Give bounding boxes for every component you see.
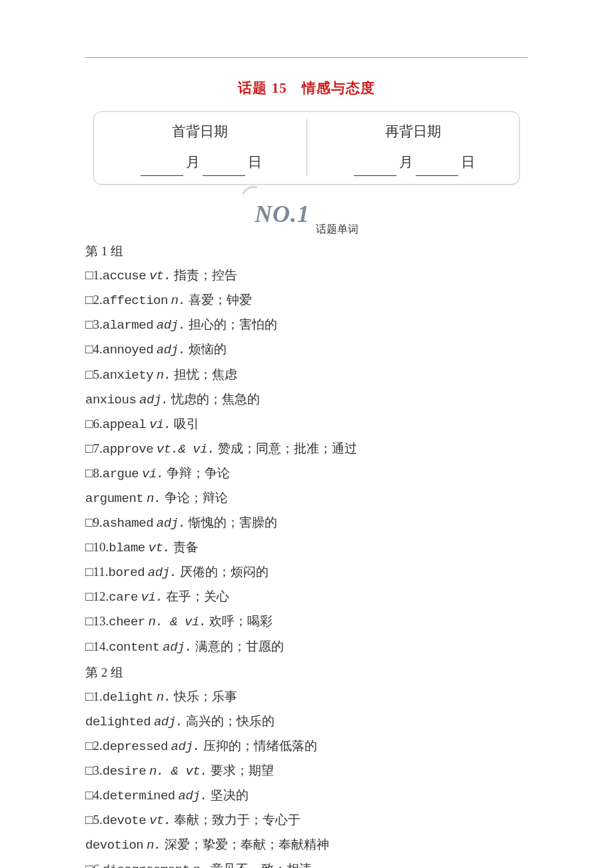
group-heading: 第 2 组 — [85, 661, 528, 685]
entry-definition: 欢呼；喝彩 — [209, 614, 273, 628]
again-day-blank — [416, 161, 458, 176]
entry-pos: adj. — [179, 789, 208, 803]
vocab-entry: □6.appeal vi. 吸引 — [85, 412, 528, 437]
checkbox-icon: □ — [85, 862, 93, 868]
checkbox-icon: □ — [85, 639, 93, 653]
entry-definition: 担心的；害怕的 — [189, 317, 277, 331]
again-month-blank — [354, 161, 396, 176]
entry-definition: 压抑的；情绪低落的 — [203, 739, 317, 753]
entry-definition: 厌倦的；烦闷的 — [180, 565, 269, 579]
entry-number: 2. — [93, 293, 102, 307]
first-memo-date-line: 月日 — [94, 149, 306, 176]
entry-pos: n. — [157, 690, 171, 705]
section-subtitle: 话题单词 — [316, 219, 358, 239]
checkbox-icon: □ — [85, 788, 93, 802]
entry-definition: 喜爱；钟爱 — [189, 293, 252, 307]
entry-number: 14. — [93, 639, 109, 653]
group-heading: 第 1 组 — [85, 239, 528, 263]
vocab-entry: devotion n. 深爱；挚爱；奉献；奉献精神 — [85, 833, 528, 857]
entry-word: cheer — [109, 615, 145, 629]
entry-number: 13. — [93, 614, 109, 628]
vocab-entry: □11.bored adj. 厌倦的；烦闷的 — [85, 560, 528, 585]
entry-number: 5. — [93, 813, 102, 827]
checkbox-icon: □ — [85, 342, 93, 356]
vocab-entry: delighted adj. 高兴的；快乐的 — [85, 709, 528, 734]
day-char: 日 — [248, 154, 262, 170]
entry-pos: vt. — [149, 269, 171, 283]
entry-word: desire — [103, 764, 146, 779]
checkbox-icon: □ — [85, 813, 93, 827]
entry-number: 6. — [93, 417, 102, 431]
checkbox-icon: □ — [85, 589, 93, 603]
entry-definition: 满意的；甘愿的 — [195, 639, 284, 653]
entry-word: delighted — [85, 715, 151, 729]
section-number-graphic: NO.1 — [255, 191, 310, 237]
entry-number: 11. — [93, 565, 108, 579]
date-card: 首背日期 月日 再背日期 月日 — [93, 111, 520, 185]
vocab-entry: □6.disagreement n. 意见不一致；相违 — [85, 857, 528, 868]
entry-pos: adj. — [139, 393, 169, 407]
vocab-entry: □12.care vi. 在乎；关心 — [85, 585, 528, 609]
entry-number: 1. — [93, 689, 102, 703]
entry-number: 3. — [93, 763, 102, 777]
entry-definition: 深爱；挚爱；奉献；奉献精神 — [165, 837, 329, 851]
first-day-blank — [203, 161, 245, 176]
entry-number: 12. — [93, 589, 109, 603]
checkbox-icon: □ — [85, 466, 93, 480]
again-memo-date-line: 月日 — [307, 149, 520, 176]
entry-word: alarmed — [103, 318, 153, 333]
vocab-entry: □3.alarmed adj. 担心的；害怕的 — [85, 313, 528, 337]
entry-pos: adj. — [157, 516, 186, 531]
entry-word: delight — [103, 690, 153, 705]
entry-definition: 惭愧的；害臊的 — [189, 515, 277, 529]
entry-pos: adj. — [163, 640, 192, 655]
vocab-entry: □7.approve vt.& vi. 赞成；同意；批准；通过 — [85, 437, 528, 461]
entry-number: 4. — [93, 788, 102, 802]
entry-pos: vi. — [141, 590, 163, 605]
entry-word: determined — [103, 789, 175, 803]
entry-word: bored — [109, 565, 145, 580]
vocab-entry: □2.depressed adj. 压抑的；情绪低落的 — [85, 734, 528, 759]
entry-definition: 要求；期望 — [211, 763, 274, 777]
again-memo-column: 再背日期 月日 — [307, 119, 520, 176]
entry-definition: 忧虑的；焦急的 — [171, 392, 260, 406]
vocab-entry: anxious adj. 忧虑的；焦急的 — [85, 387, 528, 412]
entry-word: appeal — [103, 417, 146, 432]
checkbox-icon: □ — [85, 565, 93, 579]
checkbox-icon: □ — [85, 293, 93, 307]
checkbox-icon: □ — [85, 689, 93, 703]
checkbox-icon: □ — [85, 763, 93, 777]
entry-word: blame — [109, 541, 145, 555]
entry-number: 4. — [93, 342, 102, 356]
entry-pos: n. — [193, 863, 207, 868]
vocab-entry: □5.devote vt. 奉献；致力于；专心于 — [85, 808, 528, 833]
checkbox-icon: □ — [85, 317, 93, 331]
entry-word: affection — [103, 293, 168, 308]
topic-title: 话题 15 情感与态度 — [85, 75, 528, 102]
section-number-heading: NO.1 话题单词 — [85, 191, 528, 237]
entry-pos: vt. — [149, 541, 171, 555]
month-char: 月 — [399, 154, 413, 170]
entry-word: argue — [103, 467, 139, 481]
entry-pos: adj. — [148, 565, 177, 580]
entry-word: annoyed — [103, 343, 153, 357]
entry-word: content — [109, 640, 159, 655]
entry-definition: 高兴的；快乐的 — [186, 714, 275, 728]
entry-pos: adj. — [157, 343, 186, 357]
entry-definition: 在乎；关心 — [166, 589, 229, 603]
entry-definition: 赞成；同意；批准；通过 — [218, 441, 357, 455]
entry-definition: 奉献；致力于；专心于 — [174, 813, 301, 827]
first-month-blank — [141, 161, 183, 176]
entry-definition: 烦恼的 — [189, 342, 227, 356]
entry-word: approve — [103, 442, 153, 457]
entry-number: 9. — [93, 515, 102, 529]
vocab-entry: □3.desire n. & vt. 要求；期望 — [85, 759, 528, 783]
entry-number: 8. — [93, 466, 102, 480]
entry-pos: vt. — [149, 813, 171, 828]
entry-definition: 吸引 — [174, 417, 199, 431]
entry-definition: 坚决的 — [211, 788, 249, 802]
entry-number: 3. — [93, 317, 102, 331]
vocab-entry: □2.affection n. 喜爱；钟爱 — [85, 288, 528, 313]
entry-word: devote — [103, 813, 146, 828]
entry-word: accuse — [103, 269, 146, 283]
